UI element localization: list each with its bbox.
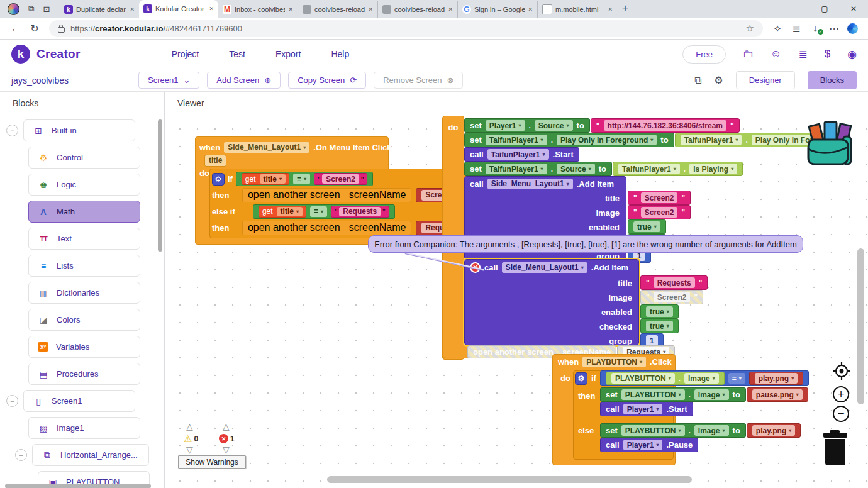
projects-folder-icon[interactable]: 🗀 <box>743 48 754 60</box>
maximize-button[interactable]: ▢ <box>810 0 839 18</box>
value-title-1[interactable]: Screen2 <box>628 191 691 205</box>
boolean-dropdown[interactable]: true <box>646 306 673 317</box>
component-dropdown[interactable]: TaifunPlayer1 <box>681 135 742 145</box>
property-dropdown[interactable]: Is Playing <box>689 164 737 174</box>
mutator-gear-icon[interactable]: ⚙ <box>575 372 587 385</box>
text-string-block[interactable]: Screen2 <box>314 173 367 185</box>
text-value[interactable]: Screen2 <box>322 174 359 184</box>
viewer-horizontal-scrollbar[interactable] <box>327 476 692 483</box>
block-call-taifun-start[interactable]: call TaifunPlayer1 .Start <box>464 147 579 162</box>
if-block[interactable]: ⚙ if get title = <box>209 169 477 238</box>
tab-close-icon[interactable]: ✕ <box>528 6 533 13</box>
zoom-out-icon[interactable]: − <box>833 406 849 422</box>
palette-item-logic[interactable]: ♚ Logic <box>28 174 140 196</box>
tab-mobile-html[interactable]: m.mobile.html ✕ <box>537 1 617 18</box>
more-menu-icon[interactable]: ⋯ <box>825 23 843 35</box>
palette-item-colors[interactable]: ◪ Colors <box>28 309 140 331</box>
component-dropdown[interactable]: TaifunPlayer1 <box>487 149 549 160</box>
copy-screen-button[interactable]: Copy Screen ⟳ <box>288 72 366 89</box>
collapse-errors-up-icon[interactable]: △ <box>223 421 230 431</box>
component-dropdown[interactable]: TaifunPlayer1 <box>486 135 547 145</box>
component-dropdown[interactable]: Player1 <box>623 440 663 450</box>
text-string-block[interactable]: Requests <box>640 275 708 290</box>
text-value[interactable]: Screen2 <box>641 192 678 203</box>
tab-close-icon[interactable]: ✕ <box>448 6 453 13</box>
block-call-player-start[interactable]: call Player1 .Start <box>600 402 693 416</box>
zoom-in-icon[interactable]: + <box>833 386 849 402</box>
profile-avatar-icon[interactable] <box>8 3 19 15</box>
kodular-logo[interactable]: k <box>11 45 30 64</box>
text-string-block[interactable]: http://144.76.182.36:8406/stream <box>591 118 740 133</box>
logic-boolean-block[interactable]: true <box>640 304 679 319</box>
center-blocks-icon[interactable] <box>832 361 852 384</box>
address-bar[interactable]: https://creator.kodular.io/#482446171176… <box>49 20 763 37</box>
block-set-player-source[interactable]: set Player1 . Source to http://144.76.18… <box>464 118 740 133</box>
browser-essentials-icon[interactable]: ⟡ <box>768 23 787 34</box>
param-title-chip[interactable]: title <box>204 155 226 167</box>
designer-tab-button[interactable]: Designer <box>736 71 795 89</box>
collapse-toggle-icon[interactable]: − <box>6 125 18 136</box>
tab-close-icon[interactable]: ✕ <box>608 6 613 13</box>
minimize-button[interactable]: – <box>781 0 810 18</box>
text-value[interactable]: Requests <box>339 207 381 216</box>
block-set-playbutton-play[interactable]: set PLAYBUTTON . Image to play.png <box>600 423 801 438</box>
block-call-player-pause[interactable]: call Player1 .Pause <box>600 438 698 452</box>
collections-icon[interactable]: ≣ <box>787 23 806 35</box>
tab-gmail-inbox[interactable]: M Inbox - coolvibes1989 ✕ <box>218 1 298 18</box>
text-string-block[interactable]: Screen2 <box>628 205 691 219</box>
math-equals-block[interactable]: PLAYBUTTON . Image = play.png <box>600 370 809 386</box>
call-block[interactable]: call Player1 .Pause <box>600 438 698 452</box>
tab-kodular-creator[interactable]: k Kodular Creator ✕ <box>139 0 218 18</box>
tab-duplicate-declaration[interactable]: k Duplicate declaration ✕ <box>60 1 139 18</box>
viewer-vertical-scrollbar[interactable] <box>857 248 864 404</box>
value-enabled-1[interactable]: true <box>628 219 666 234</box>
logic-boolean-block[interactable]: true <box>628 219 666 234</box>
blocks-tab-button[interactable]: Blocks <box>808 71 857 89</box>
property-dropdown[interactable]: Image <box>684 373 719 384</box>
asset-dropdown[interactable]: pause.png <box>752 389 803 400</box>
get-variable-block[interactable]: get title <box>259 206 306 218</box>
refresh-icon[interactable]: ↻ <box>25 23 44 35</box>
component-dropdown[interactable]: PLAYBUTTON <box>611 373 675 384</box>
set-block[interactable]: set TaifunPlayer1 . Source to <box>464 162 612 176</box>
palette-item-horizontal-arrangement[interactable]: ⧉ Horizontal_Arrange... <box>32 444 149 466</box>
number-value[interactable]: 1 <box>646 335 658 346</box>
component-dropdown[interactable]: PLAYBUTTON <box>621 425 685 436</box>
news-icon[interactable]: ≣ <box>798 48 807 61</box>
operator-dropdown[interactable]: = <box>310 206 327 217</box>
operator-dropdown[interactable]: = <box>728 373 745 384</box>
variable-dropdown[interactable]: title <box>260 174 286 184</box>
set-block[interactable]: set Player1 . Source to <box>464 118 590 133</box>
call-block[interactable]: call TaifunPlayer1 .Start <box>464 147 579 162</box>
asset-dropdown[interactable]: play.png <box>755 373 798 384</box>
asset-helper-block[interactable]: play.png <box>747 423 801 438</box>
settings-gear-icon[interactable]: ⚙ <box>714 74 723 86</box>
menu-project[interactable]: Project <box>172 49 199 59</box>
operator-dropdown[interactable]: = <box>293 174 310 184</box>
component-dropdown[interactable]: PLAYBUTTON <box>582 357 646 367</box>
property-dropdown[interactable]: Source <box>557 164 595 174</box>
menu-export[interactable]: Export <box>275 49 301 59</box>
block-call-additem-2[interactable]: ✕ call Side_Menu_Layout1 .Add Item title… <box>464 259 639 345</box>
disabled-text-block[interactable]: Screen2 <box>640 290 703 304</box>
property-dropdown[interactable]: Play Only In Foreground <box>557 135 657 145</box>
text-value[interactable]: Screen2 <box>641 207 678 218</box>
monetization-icon[interactable]: $ <box>825 48 830 60</box>
tab-close-icon[interactable]: ✕ <box>130 6 135 13</box>
copilot-icon[interactable] <box>847 23 858 34</box>
palette-item-variables[interactable]: xʸ Variables <box>28 336 140 358</box>
tab-close-icon[interactable]: ✕ <box>288 6 293 13</box>
boolean-dropdown[interactable]: true <box>633 221 660 232</box>
logic-equals-block[interactable]: get title = Screen2 <box>236 172 373 186</box>
palette-item-builtin[interactable]: ⊞ Built-in <box>23 119 135 141</box>
component-getter-block[interactable]: PLAYBUTTON . Image <box>606 372 725 385</box>
property-dropdown[interactable]: Image <box>694 389 729 400</box>
value-checked-2[interactable]: true <box>640 319 679 333</box>
tab-close-icon[interactable]: ✕ <box>368 6 373 13</box>
collapse-toggle-icon[interactable]: − <box>15 449 27 461</box>
set-block[interactable]: set PLAYBUTTON . Image to <box>600 423 746 438</box>
text-value[interactable]: Requests <box>654 277 695 288</box>
asset-dropdown[interactable]: play.png <box>752 425 795 436</box>
new-tab-button[interactable]: + <box>622 2 628 14</box>
tab-actions-icon[interactable]: ⊡ <box>39 2 54 16</box>
